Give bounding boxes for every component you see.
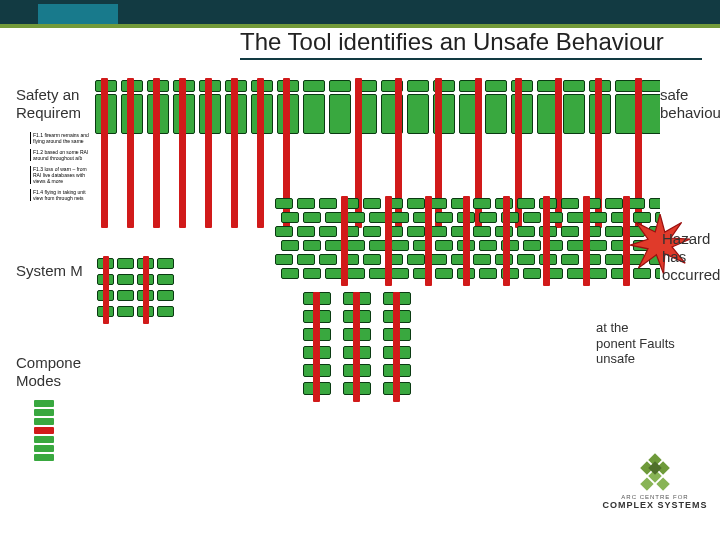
block <box>435 268 453 279</box>
block <box>641 80 660 92</box>
caption-f14: F1.4 flying in taking unit view from thr… <box>30 189 95 201</box>
block <box>589 212 607 223</box>
mode-block <box>34 409 54 416</box>
footer-logo: ARC CENTRE FOR COMPLEX SYSTEMS <box>600 452 710 510</box>
label-safety-requirements: Safety anRequirem <box>16 86 81 122</box>
block <box>435 240 453 251</box>
block <box>347 268 365 279</box>
requirement-captions: F1.1 firearm remains and flying around t… <box>30 132 95 206</box>
header-accent <box>38 4 118 24</box>
mode-block <box>34 436 54 443</box>
block <box>563 94 585 134</box>
fault-bar <box>257 78 264 228</box>
mode-block <box>34 445 54 452</box>
callout-unsafe-behaviours: safe behaviours <box>660 86 720 122</box>
label-component-modes: ComponeModes <box>16 354 81 390</box>
block <box>117 290 134 301</box>
block <box>473 226 491 237</box>
block <box>561 254 579 265</box>
block <box>641 94 660 134</box>
block <box>615 80 637 92</box>
block <box>303 212 321 223</box>
block <box>391 212 409 223</box>
block <box>275 226 293 237</box>
block <box>517 254 535 265</box>
block <box>281 240 299 251</box>
explain-l1: at the <box>596 320 629 335</box>
block <box>281 268 299 279</box>
block <box>157 274 174 285</box>
block <box>281 212 299 223</box>
block <box>117 306 134 317</box>
fault-bar <box>341 196 348 286</box>
behaviour-tree-diagram <box>95 78 660 438</box>
block <box>297 226 315 237</box>
fault-bar <box>623 196 630 286</box>
logo-line2: COMPLEX SYSTEMS <box>600 500 710 510</box>
block <box>589 240 607 251</box>
block <box>407 94 429 134</box>
block <box>157 290 174 301</box>
block <box>435 212 453 223</box>
header-rule <box>240 58 702 60</box>
block <box>523 240 541 251</box>
fault-bar <box>393 292 400 402</box>
block <box>319 198 337 209</box>
callout-explain: at the ponent Faults unsafe <box>596 320 675 367</box>
mode-block <box>34 454 54 461</box>
fault-bar <box>205 78 212 228</box>
block <box>589 268 607 279</box>
hazard-line2: occurred <box>662 266 720 283</box>
block <box>605 198 623 209</box>
mode-fault-block <box>34 427 54 434</box>
fault-bar <box>543 196 550 286</box>
block <box>319 254 337 265</box>
fault-bar <box>583 196 590 286</box>
block <box>615 94 637 134</box>
block <box>523 212 541 223</box>
svg-rect-7 <box>640 477 653 490</box>
caption-f13: F1.3 loss of warn – from RAI live databa… <box>30 166 95 184</box>
block <box>117 274 134 285</box>
block <box>517 198 535 209</box>
fault-bar <box>385 196 392 286</box>
block <box>485 80 507 92</box>
explain-l2: ponent Faults <box>596 336 675 351</box>
block <box>157 306 174 317</box>
mode-block <box>34 418 54 425</box>
fault-bar <box>103 256 109 324</box>
block <box>605 254 623 265</box>
fault-bar <box>127 78 134 228</box>
fault-bar <box>463 196 470 286</box>
block <box>347 240 365 251</box>
caption-f12: F1.2 based on some RAI around throughout… <box>30 149 95 161</box>
block <box>117 258 134 269</box>
block <box>561 198 579 209</box>
label-system-model: System M <box>16 262 83 280</box>
svg-rect-5 <box>648 461 661 474</box>
block <box>297 198 315 209</box>
block <box>363 226 381 237</box>
block <box>303 268 321 279</box>
block <box>473 198 491 209</box>
block <box>523 268 541 279</box>
callout-hazard: Hazard has occurred <box>662 230 720 284</box>
block <box>605 226 623 237</box>
block <box>303 80 325 92</box>
block <box>157 258 174 269</box>
fault-bar <box>425 196 432 286</box>
hazard-line1: Hazard has <box>662 230 710 265</box>
mode-block <box>34 400 54 407</box>
block <box>275 198 293 209</box>
fault-bar <box>153 78 160 228</box>
block <box>297 254 315 265</box>
block <box>479 268 497 279</box>
block <box>473 254 491 265</box>
block <box>407 254 425 265</box>
block <box>319 226 337 237</box>
page-title: The Tool identifies an Unsafe Behaviour <box>240 28 664 56</box>
block <box>563 80 585 92</box>
block <box>329 80 351 92</box>
explain-l3: unsafe <box>596 351 635 366</box>
block <box>275 254 293 265</box>
